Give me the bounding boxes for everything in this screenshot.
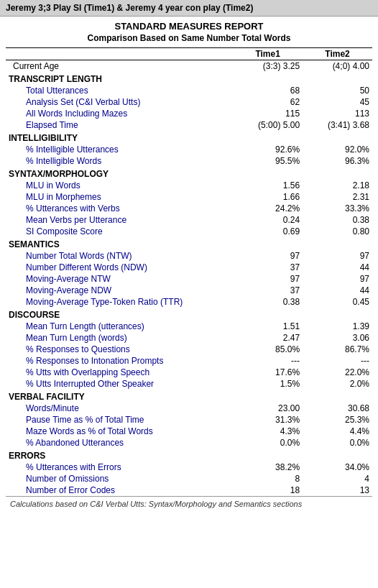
report-table: Time1 Time2 Current Age (3:3) 3.25 (4;0)… (6, 47, 372, 496)
row-label: Moving-Average NTW (6, 273, 233, 285)
section-t1 (233, 237, 303, 250)
row-t1: 1.51 (233, 321, 303, 332)
row-t2: 33.3% (303, 203, 372, 214)
row-label: % Responses to Questions (6, 344, 233, 355)
row-t1: 97 (233, 250, 303, 262)
section-header-row: ERRORS (6, 449, 372, 461)
header-time2: Time2 (303, 48, 372, 60)
section-t2 (303, 72, 372, 85)
data-row: Pause Time as % of Total Time 31.3% 25.3… (6, 414, 372, 426)
row-t2: 34.0% (303, 461, 372, 473)
section-t1 (233, 449, 303, 461)
data-row: SI Composite Score 0.69 0.80 (6, 226, 372, 237)
row-t2: 30.68 (303, 403, 372, 414)
section-t1 (233, 308, 303, 321)
data-row: Moving-Average NDW 37 44 (6, 285, 372, 296)
data-row: Mean Verbs per Utterance 0.24 0.38 (6, 214, 372, 226)
row-t2: 13 (303, 484, 372, 496)
row-t2: 97 (303, 250, 372, 262)
row-t2: 97 (303, 273, 372, 285)
data-row: % Utts with Overlapping Speech 17.6% 22.… (6, 367, 372, 378)
section-header-row: TRANSCRIPT LENGTH (6, 72, 372, 85)
row-t2: 92.0% (303, 144, 372, 155)
row-label: MLU in Words (6, 180, 233, 191)
section-t2 (303, 390, 372, 403)
data-row: Moving-Average Type-Token Ratio (TTR) 0.… (6, 296, 372, 308)
section-t1 (233, 167, 303, 180)
row-label: % Responses to Intonation Prompts (6, 355, 233, 367)
row-t2: 22.0% (303, 367, 372, 378)
row-t2: --- (303, 355, 372, 367)
row-t1: 18 (233, 484, 303, 496)
row-label: Elapsed Time (6, 119, 233, 131)
data-row: MLU in Words 1.56 2.18 (6, 180, 372, 191)
row-t2: 4.4% (303, 426, 372, 437)
section-header-row: INTELLIGIBILITY (6, 131, 372, 144)
row-label: Moving-Average NDW (6, 285, 233, 296)
row-label: Number of Error Codes (6, 484, 233, 496)
row-t2: 2.31 (303, 191, 372, 203)
section-t1 (233, 390, 303, 403)
section-header-row: VERBAL FACILITY (6, 390, 372, 403)
row-t2: 113 (303, 108, 372, 119)
row-label: Analysis Set (C&I Verbal Utts) (6, 96, 233, 108)
data-row: Mean Turn Length (utterances) 1.51 1.39 (6, 321, 372, 332)
data-row: Number of Omissions 8 4 (6, 473, 372, 484)
section-t2 (303, 308, 372, 321)
current-age-t1: (3:3) 3.25 (233, 60, 303, 73)
row-t1: 8 (233, 473, 303, 484)
row-label: Mean Turn Length (utterances) (6, 321, 233, 332)
section-t1 (233, 131, 303, 144)
header-time1: Time1 (233, 48, 303, 60)
data-row: Total Utterances 68 50 (6, 85, 372, 96)
section-label: VERBAL FACILITY (6, 390, 233, 403)
row-t1: 1.5% (233, 378, 303, 390)
section-header-row: SYNTAX/MORPHOLOGY (6, 167, 372, 180)
row-t1: 37 (233, 262, 303, 273)
data-row: Words/Minute 23.00 30.68 (6, 403, 372, 414)
row-t1: --- (233, 355, 303, 367)
section-t2 (303, 167, 372, 180)
row-t2: 86.7% (303, 344, 372, 355)
row-t1: 0.24 (233, 214, 303, 226)
row-t2: 4 (303, 473, 372, 484)
row-label: Mean Verbs per Utterance (6, 214, 233, 226)
row-label: Number Different Words (NDW) (6, 262, 233, 273)
current-age-t2: (4;0) 4.00 (303, 60, 372, 73)
row-t1: 92.6% (233, 144, 303, 155)
current-age-label: Current Age (6, 60, 233, 73)
data-row: % Utterances with Errors 38.2% 34.0% (6, 461, 372, 473)
row-t2: 0.0% (303, 437, 372, 449)
header-label (6, 48, 233, 60)
row-t2: 0.45 (303, 296, 372, 308)
row-t1: 1.66 (233, 191, 303, 203)
data-row: % Responses to Intonation Prompts --- --… (6, 355, 372, 367)
section-label: ERRORS (6, 449, 233, 461)
data-row: % Responses to Questions 85.0% 86.7% (6, 344, 372, 355)
data-row: Number Different Words (NDW) 37 44 (6, 262, 372, 273)
report-container: STANDARD MEASURES REPORT Comparison Base… (0, 17, 378, 515)
data-row: Mean Turn Length (words) 2.47 3.06 (6, 332, 372, 344)
row-t1: 0.69 (233, 226, 303, 237)
title-bar: Jeremy 3;3 Play SI (Time1) & Jeremy 4 ye… (0, 0, 378, 17)
table-header: Time1 Time2 (6, 48, 372, 60)
data-row: MLU in Morphemes 1.66 2.31 (6, 191, 372, 203)
row-label: All Words Including Mazes (6, 108, 233, 119)
row-label: Words/Minute (6, 403, 233, 414)
data-row: % Abandoned Utterances 0.0% 0.0% (6, 437, 372, 449)
data-row: % Intelligible Utterances 92.6% 92.0% (6, 144, 372, 155)
data-row: Elapsed Time (5:00) 5.00 (3:41) 3.68 (6, 119, 372, 131)
section-label: SYNTAX/MORPHOLOGY (6, 167, 233, 180)
row-t1: 17.6% (233, 367, 303, 378)
row-t1: 23.00 (233, 403, 303, 414)
row-t2: 0.38 (303, 214, 372, 226)
row-label: Number of Omissions (6, 473, 233, 484)
data-row: % Utts Interrupted Other Speaker 1.5% 2.… (6, 378, 372, 390)
row-t1: 97 (233, 273, 303, 285)
row-label: Maze Words as % of Total Words (6, 426, 233, 437)
data-row: Moving-Average NTW 97 97 (6, 273, 372, 285)
row-t2: 96.3% (303, 155, 372, 167)
data-row: Analysis Set (C&I Verbal Utts) 62 45 (6, 96, 372, 108)
row-t2: 44 (303, 262, 372, 273)
row-label: Total Utterances (6, 85, 233, 96)
